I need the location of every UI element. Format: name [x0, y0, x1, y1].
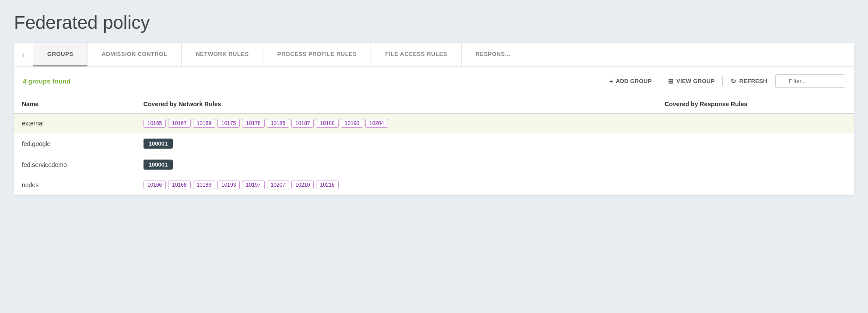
network-tag[interactable]: 10165: [144, 119, 166, 128]
tab-response[interactable]: RESPONS…: [462, 43, 525, 66]
network-tag[interactable]: 100001: [144, 139, 173, 149]
cell-network-tags: 1016610168101861019310197102071021010216: [136, 175, 657, 195]
cell-network-tags: 1016510167101691017510178101851018710188…: [136, 113, 657, 133]
cell-response-tags: [657, 113, 854, 133]
network-tag[interactable]: 10204: [365, 119, 388, 128]
table-row[interactable]: fed.servicedemo100001: [14, 154, 854, 175]
network-tag[interactable]: 100001: [144, 160, 173, 170]
col-network-rules: Covered by Network Rules: [136, 95, 657, 114]
cell-network-tags: 100001: [136, 133, 657, 154]
view-group-button[interactable]: ⊞ VIEW GROUP: [668, 77, 715, 85]
tab-groups[interactable]: GROUPS: [33, 43, 88, 66]
cell-name: external: [14, 113, 136, 133]
network-tag[interactable]: 10185: [267, 119, 289, 128]
cell-name: fed.google: [14, 133, 136, 154]
plus-icon: +: [609, 77, 613, 85]
network-tag[interactable]: 10190: [341, 119, 363, 128]
network-tag[interactable]: 10193: [217, 181, 240, 189]
chevron-left-icon: ‹: [22, 50, 25, 59]
network-tag[interactable]: 10175: [217, 119, 240, 128]
table-row[interactable]: fed.google100001: [14, 133, 854, 154]
divider-1: [660, 77, 660, 86]
network-tag[interactable]: 10166: [144, 181, 166, 189]
tab-bar: ‹ GROUPS ADMISSION CONTROL NETWORK RULES…: [14, 43, 854, 67]
toolbar: 4 groups found + ADD GROUP ⊞ VIEW GROUP …: [14, 67, 854, 95]
tab-process-profile-rules[interactable]: PROCESS PROFILE RULES: [263, 43, 371, 66]
col-name: Name: [14, 95, 136, 114]
cell-name: fed.servicedemo: [14, 154, 136, 175]
table-wrapper: Name Covered by Network Rules Covered by…: [14, 95, 854, 195]
tab-prev-button[interactable]: ‹: [14, 43, 33, 66]
page-container: Federated policy ‹ GROUPS ADMISSION CONT…: [0, 0, 868, 195]
view-icon: ⊞: [668, 77, 674, 85]
network-tag[interactable]: 10167: [168, 119, 190, 128]
filter-input[interactable]: [775, 74, 845, 88]
tab-admission-control[interactable]: ADMISSION CONTROL: [88, 43, 182, 66]
network-tag[interactable]: 10169: [193, 119, 215, 128]
filter-wrapper: ▼: [775, 74, 845, 88]
table-header-row: Name Covered by Network Rules Covered by…: [14, 95, 854, 114]
network-tag[interactable]: 10168: [168, 181, 190, 189]
col-response-rules: Covered by Response Rules: [657, 95, 854, 114]
network-tag[interactable]: 10188: [316, 119, 338, 128]
cell-response-tags: [657, 175, 854, 195]
tab-file-access-rules[interactable]: FILE ACCESS RULES: [371, 43, 462, 66]
network-tag[interactable]: 10207: [267, 181, 289, 189]
table-row[interactable]: nodes10166101681018610193101971020710210…: [14, 175, 854, 195]
cell-name: nodes: [14, 175, 136, 195]
cell-response-tags: [657, 154, 854, 175]
tab-network-rules[interactable]: NETWORK RULES: [182, 43, 263, 66]
network-tag[interactable]: 10186: [193, 181, 215, 189]
cell-response-tags: [657, 133, 854, 154]
cell-network-tags: 100001: [136, 154, 657, 175]
refresh-button[interactable]: ↻ REFRESH: [731, 77, 767, 85]
network-tag[interactable]: 10197: [242, 181, 264, 189]
add-group-button[interactable]: + ADD GROUP: [609, 77, 651, 85]
table-row[interactable]: external10165101671016910175101781018510…: [14, 113, 854, 133]
network-tag[interactable]: 10210: [291, 181, 314, 189]
groups-table: Name Covered by Network Rules Covered by…: [14, 95, 854, 195]
page-title: Federated policy: [14, 12, 854, 33]
network-tag[interactable]: 10178: [242, 119, 264, 128]
groups-found-label: 4 groups found: [23, 77, 601, 85]
network-tag[interactable]: 10187: [291, 119, 314, 128]
main-card: ‹ GROUPS ADMISSION CONTROL NETWORK RULES…: [14, 43, 854, 195]
network-tag[interactable]: 10216: [316, 181, 338, 189]
refresh-icon: ↻: [731, 77, 736, 85]
divider-2: [722, 77, 723, 86]
